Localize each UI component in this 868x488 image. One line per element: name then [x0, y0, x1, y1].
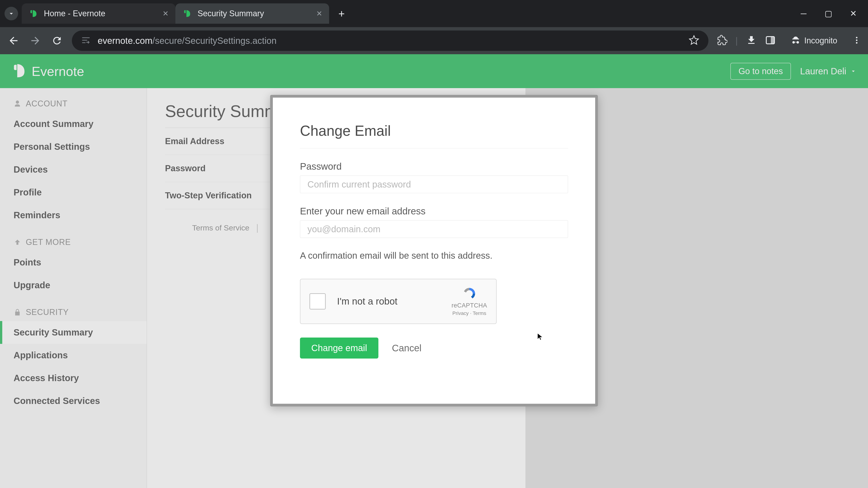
new-email-input[interactable]: [300, 220, 568, 238]
change-email-modal: Change Email Password Enter your new ema…: [270, 95, 598, 406]
close-icon[interactable]: ✕: [162, 9, 168, 18]
browser-tab-bar: Home - Evernote ✕ Security Summary ✕ + ─…: [0, 0, 868, 27]
tab-search-dropdown[interactable]: [4, 7, 18, 20]
side-panel-icon[interactable]: [765, 35, 776, 46]
minimize-icon[interactable]: ─: [798, 9, 809, 18]
new-email-label: Enter your new email address: [300, 206, 568, 217]
modal-overlay[interactable]: Change Email Password Enter your new ema…: [0, 54, 868, 488]
browser-tab-home[interactable]: Home - Evernote ✕: [22, 3, 176, 24]
divider: |: [736, 36, 738, 46]
svg-point-2: [856, 37, 858, 38]
tab-title: Security Summary: [197, 9, 312, 18]
close-icon[interactable]: ✕: [316, 9, 322, 18]
url-text: evernote.com/secure/SecuritySettings.act…: [98, 36, 277, 46]
incognito-label: Incognito: [804, 36, 837, 45]
maximize-icon[interactable]: ▢: [823, 9, 834, 18]
confirmation-note: A confirmation email will be sent to thi…: [300, 251, 568, 261]
incognito-icon: [791, 36, 801, 46]
browser-tab-security[interactable]: Security Summary ✕: [176, 3, 329, 24]
svg-rect-1: [771, 37, 774, 44]
address-bar: evernote.com/secure/SecuritySettings.act…: [0, 27, 868, 54]
tab-title: Home - Evernote: [44, 9, 158, 18]
change-email-button[interactable]: Change email: [300, 337, 378, 359]
recaptcha-checkbox[interactable]: [309, 293, 326, 310]
recaptcha-label: I'm not a robot: [337, 296, 452, 307]
recaptcha-badge: reCAPTCHA Privacy · Terms: [452, 287, 487, 316]
browser-menu-icon[interactable]: [852, 36, 861, 46]
site-settings-icon[interactable]: [81, 35, 91, 46]
svg-point-4: [856, 42, 858, 43]
arrow-left-icon: [8, 35, 20, 46]
recaptcha-icon: [460, 287, 478, 301]
extensions-icon[interactable]: [717, 35, 727, 46]
back-button[interactable]: [7, 34, 20, 47]
incognito-badge[interactable]: Incognito: [784, 33, 844, 48]
svg-point-3: [856, 39, 858, 41]
url-field[interactable]: evernote.com/secure/SecuritySettings.act…: [72, 31, 708, 51]
password-label: Password: [300, 161, 568, 172]
new-tab-button[interactable]: +: [334, 6, 349, 22]
recaptcha-widget: I'm not a robot reCAPTCHA Privacy · Term…: [300, 279, 497, 324]
chevron-down-icon: [7, 10, 15, 18]
modal-title: Change Email: [300, 123, 568, 149]
cancel-button[interactable]: Cancel: [392, 343, 422, 354]
arrow-right-icon: [29, 35, 41, 46]
reload-icon: [51, 35, 63, 46]
evernote-favicon-icon: [29, 8, 38, 19]
password-input[interactable]: [300, 175, 568, 193]
downloads-icon[interactable]: [746, 35, 757, 46]
close-window-icon[interactable]: ✕: [848, 9, 859, 18]
page-content: Evernote Go to notes Lauren Deli ACCOUNT…: [0, 54, 868, 488]
reload-button[interactable]: [50, 34, 64, 47]
evernote-favicon-icon: [182, 8, 192, 19]
forward-button[interactable]: [29, 34, 42, 47]
bookmark-star-icon[interactable]: [688, 35, 700, 46]
